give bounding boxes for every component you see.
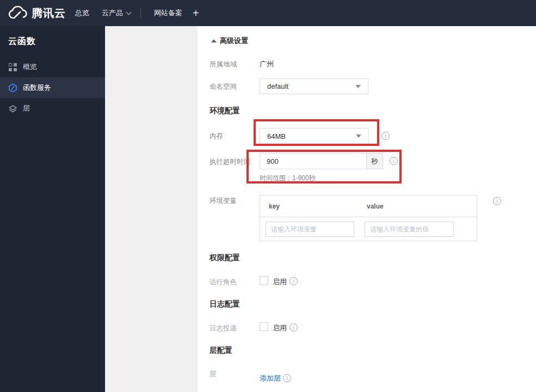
env-vars-table: key value (260, 195, 477, 241)
namespace-label: 命名空间 (210, 82, 237, 91)
namespace-select[interactable]: default (260, 78, 368, 94)
log-config-header: 日志配置 (210, 299, 240, 309)
log-delivery-checkbox[interactable] (260, 322, 268, 331)
secondary-panel (105, 26, 198, 392)
top-navbar: 腾讯云 总览 云产品 网站备案 + (0, 0, 536, 26)
chevron-down-icon (355, 85, 361, 88)
layer-info-icon[interactable]: i (283, 374, 291, 382)
key-column-header: key (269, 203, 367, 210)
perm-config-header: 权限配置 (210, 253, 240, 263)
sidebar-item-label: 概览 (23, 62, 37, 72)
nav-products[interactable]: 云产品 (102, 0, 131, 26)
sidebar-item-function-service[interactable]: 函数服务 (0, 77, 105, 98)
timeout-info-icon[interactable]: i (390, 157, 398, 165)
chevron-down-icon (356, 134, 361, 138)
run-role-info-icon[interactable]: i (289, 277, 298, 285)
layers-icon (8, 104, 17, 113)
sidebar-item-overview[interactable]: 概览 (0, 57, 105, 77)
sidebar-title: 云函数 (8, 36, 36, 47)
env-var-key-input[interactable] (266, 222, 354, 237)
function-hexagon-icon (8, 83, 17, 93)
tencent-cloud-logo-icon (8, 6, 27, 20)
layer-label: 层 (210, 370, 217, 379)
sidebar-item-label: 层 (23, 103, 30, 113)
chevron-down-icon (126, 9, 132, 15)
log-delivery-label: 日志投递 (210, 324, 237, 333)
advanced-settings-toggle[interactable]: 高级设置 (211, 36, 248, 46)
grid-icon (8, 63, 17, 72)
brand-name: 腾讯云 (32, 6, 66, 21)
add-layer-link[interactable]: 添加层 (260, 373, 281, 383)
timeout-unit-suffix: 秒 (366, 153, 383, 169)
run-role-checkbox[interactable] (260, 276, 268, 285)
collapse-arrow-icon (211, 39, 217, 42)
nav-icp[interactable]: 网站备案 (154, 0, 182, 26)
layer-config-header: 层配置 (210, 346, 232, 356)
env-var-value-input[interactable] (365, 222, 454, 237)
nav-divider (140, 8, 141, 19)
env-vars-header-row: key value (260, 195, 477, 217)
env-config-header: 环境配置 (210, 106, 240, 116)
sidebar-item-label: 函数服务 (23, 83, 51, 93)
env-vars-input-row (260, 217, 477, 241)
run-role-label: 运行角色 (210, 278, 237, 287)
log-delivery-info-icon[interactable]: i (289, 323, 298, 332)
memory-info-icon[interactable]: i (381, 132, 390, 140)
run-role-enable-label: 启用 (273, 277, 287, 287)
sidebar-menu: 概览 函数服务 层 (0, 57, 105, 119)
log-delivery-enable-label: 启用 (273, 323, 287, 333)
sidebar-item-layers[interactable]: 层 (0, 98, 105, 119)
timeout-hint: 时间范围：1-900秒 (260, 174, 316, 183)
sidebar: 云函数 概览 函数服务 (0, 26, 105, 392)
env-vars-info-icon[interactable]: i (493, 197, 501, 205)
value-column-header: value (367, 203, 384, 210)
env-vars-label: 环境变量 (210, 197, 237, 206)
timeout-label: 执行超时时间 (210, 157, 250, 167)
settings-form: 高级设置 所属地域 广州 命名空间 default 环境配置 内存 64MB i… (198, 26, 536, 392)
add-tab-button[interactable]: + (193, 0, 199, 26)
region-value: 广州 (260, 59, 274, 69)
region-label: 所属地域 (210, 60, 237, 69)
memory-select[interactable]: 64MB (260, 128, 369, 144)
brand[interactable]: 腾讯云 (8, 0, 66, 26)
memory-label: 内存 (210, 132, 223, 141)
nav-overview[interactable]: 总览 (75, 0, 89, 26)
timeout-input[interactable] (260, 153, 367, 169)
tencent-cloud-console: 腾讯云 总览 云产品 网站备案 + 云函数 概览 (0, 0, 536, 392)
